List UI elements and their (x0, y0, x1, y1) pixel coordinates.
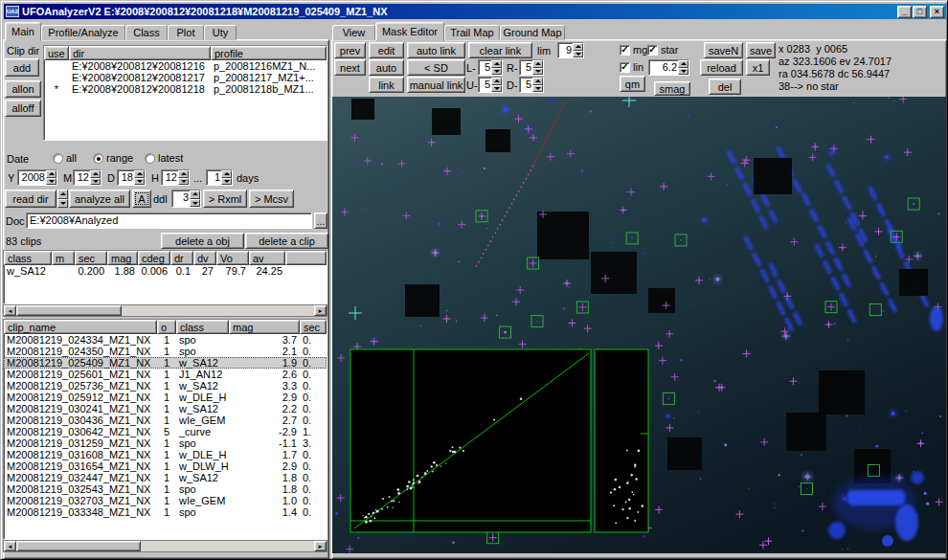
col-mag[interactable]: mag (107, 251, 138, 265)
clip-hscrollbar[interactable]: ◄ ► (3, 540, 327, 552)
clip-row[interactable]: M20081219_030436_MZ1_NX 1 wIe_GEM 2.7 0. (4, 414, 327, 426)
smag-button[interactable]: smag (654, 81, 690, 96)
col-profile[interactable]: profile (211, 46, 327, 60)
hour-value[interactable]: 12 (162, 170, 178, 185)
scroll-thumb[interactable] (16, 305, 122, 316)
mg-checkbox[interactable] (620, 45, 630, 56)
day-value[interactable]: 18 (118, 170, 134, 185)
col-class[interactable]: class (4, 251, 52, 265)
spinner-up-icon[interactable] (57, 190, 68, 199)
spinner-down-icon[interactable] (532, 68, 543, 76)
scroll-left-icon[interactable]: ◄ (4, 541, 16, 551)
spinner-down-icon[interactable] (573, 51, 583, 58)
spinner-up-icon[interactable] (178, 170, 189, 178)
star-checkbox[interactable] (647, 45, 658, 56)
radio-latest[interactable] (145, 153, 155, 164)
del-button[interactable]: del (709, 78, 741, 95)
col-o[interactable]: o (157, 320, 176, 334)
lin-checkbox[interactable] (620, 62, 630, 73)
radio-range[interactable] (93, 153, 103, 164)
clip-row[interactable]: M20081219_030241_MZ1_NX 1 w_SA12 2.2 0. (4, 403, 327, 414)
col-use[interactable]: use (44, 46, 69, 60)
scroll-left-icon[interactable]: ◄ (4, 305, 16, 316)
col-dr[interactable]: dr (170, 251, 193, 265)
year-value[interactable]: 2008 (18, 170, 46, 185)
tab-main[interactable]: Main (5, 22, 41, 41)
col-sec[interactable]: sec (75, 251, 107, 265)
spinner-down-icon[interactable] (134, 178, 145, 186)
spinner-down-icon[interactable] (532, 85, 543, 93)
spinner-down-icon[interactable] (491, 85, 502, 93)
r-value[interactable]: 5 (520, 60, 532, 75)
clip-row[interactable]: M20081219_025409_MZ1_NX 1 w_SA12 1.9 0. (4, 357, 327, 369)
spinner-up-icon[interactable] (221, 170, 232, 178)
prev-button[interactable]: prev (334, 42, 366, 58)
col-vo[interactable]: Vo (216, 251, 249, 265)
clip-row[interactable]: M20081219_024334_MZ1_NX 1 spo 3.7 0. (4, 334, 327, 346)
delete-clip-button[interactable]: delete a clip (245, 233, 328, 249)
rxml-button[interactable]: > Rxml (203, 190, 247, 208)
spinner-up-icon[interactable] (532, 78, 543, 85)
col-dv[interactable]: dv (193, 251, 216, 265)
hour-spinner[interactable]: 12 (161, 169, 190, 186)
col-class[interactable]: class (176, 320, 229, 334)
qm-button[interactable]: qm (620, 76, 645, 92)
scroll-right-icon[interactable]: ► (314, 541, 327, 551)
clip-row[interactable]: M20081219_025736_MZ1_NX 1 w_SA12 3.3 0. (4, 380, 327, 392)
clip-row[interactable]: M20081219_025601_MZ1_NX 1 J1_AN12 2.6 0. (4, 369, 327, 380)
spinner-up-icon[interactable] (491, 78, 502, 85)
l-spinner[interactable]: 5 (478, 59, 503, 76)
year-spinner[interactable]: 2008 (17, 169, 57, 186)
clip-dir-row[interactable]: * E:¥2008¥200812¥20081218 p_20081218b_MZ… (44, 83, 327, 95)
clip-dir-row[interactable]: E:¥2008¥200812¥20081216 p_20081216MZ1_N.… (44, 60, 327, 72)
summary-row[interactable]: w_SA12 0.200 1.88 0.006 0.1 27 79.7 24.2… (4, 265, 327, 277)
lim-spinner[interactable]: 9 (557, 42, 584, 58)
clip-row[interactable]: M20081219_031608_MZ1_NX 1 w_DLE_H 1.7 0. (4, 449, 327, 460)
clip-row[interactable]: M20081219_032447_MZ1_NX 1 w_SA12 1.8 0. (4, 472, 327, 483)
allon-button[interactable]: allon (5, 80, 41, 98)
days-value[interactable]: 1 (207, 170, 221, 185)
col-m[interactable]: m (52, 251, 75, 265)
col-dir[interactable]: dir (69, 46, 211, 60)
spinner-up-icon[interactable] (134, 170, 145, 178)
day-spinner[interactable]: 18 (117, 169, 146, 186)
col-mag[interactable]: mag (229, 320, 300, 334)
spinner-down-icon[interactable] (221, 178, 232, 186)
month-spinner[interactable]: 12 (73, 169, 102, 186)
clip-row[interactable]: M20081219_032543_MZ1_NX 1 spo 1.8 0. (4, 483, 327, 495)
a-button[interactable]: A (132, 190, 151, 208)
ddl-value[interactable]: 3 (172, 190, 190, 207)
starfield-canvas[interactable] (332, 97, 946, 553)
tab-trail-map[interactable]: Trail Map (444, 25, 500, 40)
col-cdeg[interactable]: cdeg (138, 251, 170, 265)
d-value[interactable]: 5 (520, 78, 532, 92)
smag-spinner[interactable]: 6.2 (648, 59, 689, 76)
sd-button[interactable]: < SD (407, 59, 465, 76)
radio-all[interactable] (53, 153, 63, 164)
lim-value[interactable]: 9 (558, 43, 573, 57)
l-value[interactable]: 5 (479, 60, 491, 75)
read-dir-stepper[interactable] (57, 190, 68, 208)
tab-plot[interactable]: Plot (168, 25, 204, 40)
save-button[interactable]: save (746, 42, 776, 58)
col-av[interactable]: av (249, 251, 285, 265)
saven-button[interactable]: saveN (704, 42, 743, 58)
tab-class[interactable]: Class (125, 25, 168, 40)
spinner-down-icon[interactable] (678, 68, 688, 76)
read-dir-button[interactable]: read dir (5, 190, 56, 208)
month-value[interactable]: 12 (74, 170, 90, 185)
spinner-down-icon[interactable] (46, 178, 56, 186)
x1-button[interactable]: x1 (746, 59, 770, 76)
title-bar[interactable]: UA2 UFOAnalyzerV2 E:¥2008¥200812¥2008121… (4, 4, 946, 19)
spinner-up-icon[interactable] (532, 60, 543, 68)
spinner-down-icon[interactable] (57, 199, 68, 209)
tab-view[interactable]: View (332, 25, 375, 40)
analyze-all-button[interactable]: analyze all (69, 190, 130, 208)
clear-link-button[interactable]: clear link (468, 42, 532, 58)
reload-button[interactable]: reload (700, 59, 743, 76)
clip-row[interactable]: M20081219_030642_MZ1_NX 5 _curve -2.9 1. (4, 426, 327, 437)
scroll-thumb[interactable] (16, 541, 141, 551)
minimize-icon[interactable]: _ (897, 6, 912, 18)
spinner-up-icon[interactable] (491, 60, 502, 68)
spinner-up-icon[interactable] (46, 170, 56, 178)
